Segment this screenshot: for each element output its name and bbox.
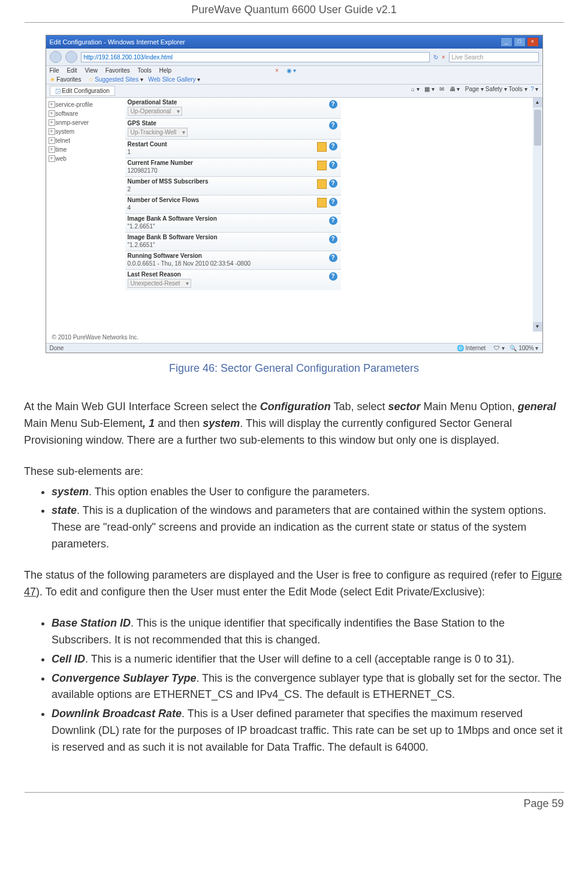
home-icon[interactable]: ⌂ xyxy=(411,86,415,92)
menu-view[interactable]: View xyxy=(85,67,98,74)
favorites-bar: ★ Favorites ☆ Suggested Sites ▾ Web Slic… xyxy=(46,75,542,85)
field-label: Running Software Version xyxy=(128,252,339,259)
status-zoom[interactable]: 100% xyxy=(518,345,534,351)
list-item: Downlink Broadcast Rate. This is a User … xyxy=(52,706,564,756)
field-value: "1.2.6651" xyxy=(128,242,339,248)
sub-elements-list: system. This option enables the User to … xyxy=(24,484,564,553)
form-row: Current Frame Number120982170? xyxy=(125,158,341,176)
field-label: Image Bank A Software Version xyxy=(128,215,339,222)
config-tree: +service-profile +software +snmp-server … xyxy=(46,98,123,332)
field-value: 4 xyxy=(128,204,339,211)
field-label: Last Reset Reason xyxy=(128,271,339,278)
search-field[interactable]: Live Search xyxy=(449,52,539,62)
scroll-down-arrow[interactable]: ▼ xyxy=(533,322,542,332)
mail-icon[interactable]: ✉ xyxy=(439,86,444,92)
field-value: 120982170 xyxy=(128,167,339,174)
internet-zone-icon: 🌐 xyxy=(457,345,464,351)
parameters-list: Base Station ID. This is the unique iden… xyxy=(24,615,564,756)
form-row: GPS StateUp-Tracking-Well? xyxy=(125,118,341,139)
back-button[interactable] xyxy=(50,51,62,63)
help-icon[interactable]: ? xyxy=(329,254,337,262)
chart-icon[interactable] xyxy=(317,198,327,207)
suggested-icon[interactable]: ☆ xyxy=(88,76,94,83)
vertical-scrollbar[interactable]: ▲ ▼ xyxy=(533,98,542,332)
refresh-icon[interactable]: ↻ xyxy=(433,54,438,61)
figure-caption: Figure 46: Sector General Configuration … xyxy=(24,362,564,375)
help-icon[interactable]: ? xyxy=(329,272,337,281)
help-icon[interactable]: ? xyxy=(530,86,534,92)
list-item: Convergence Sublayer Type. This is the c… xyxy=(52,670,564,704)
favorites-star-icon[interactable]: ★ xyxy=(50,76,55,83)
menu-file[interactable]: File xyxy=(50,67,59,74)
toolbar-menus[interactable]: Page ▾ Safety ▾ Tools ▾ xyxy=(465,86,527,92)
help-icon[interactable]: ? xyxy=(329,161,337,169)
form-row: Running Software Version0.0.0.6651 - Thu… xyxy=(125,251,341,269)
tree-item[interactable]: +software xyxy=(49,109,120,118)
feeds-icon[interactable]: ▦ xyxy=(424,86,430,92)
window-buttons: _ □ × xyxy=(500,37,539,47)
paragraph-1: At the Main Web GUI Interface Screen sel… xyxy=(24,399,564,449)
menu-tools[interactable]: Tools xyxy=(137,67,151,74)
menu-bar: File Edit View Favorites Tools Help × ◉ … xyxy=(46,66,542,75)
scroll-up-arrow[interactable]: ▲ xyxy=(533,98,542,107)
address-bar: http://192.168.200.103/index.html ↻ × Li… xyxy=(46,49,542,66)
minimize-button[interactable]: _ xyxy=(500,37,512,47)
form-row: Image Bank A Software Version"1.2.6651"? xyxy=(125,213,341,232)
favorites-label[interactable]: Favorites xyxy=(56,76,81,83)
window-title: Edit Configuration - Windows Internet Ex… xyxy=(50,38,185,46)
search-provider-icon[interactable]: ◉ ▾ xyxy=(287,67,297,74)
help-icon[interactable]: ? xyxy=(329,198,337,206)
form-row: Restart Count1? xyxy=(125,139,341,158)
tree-item[interactable]: +time xyxy=(49,145,120,154)
help-icon[interactable]: ? xyxy=(329,216,337,225)
form-row: Last Reset ReasonUnexpected-Reset? xyxy=(125,269,341,290)
window-titlebar: Edit Configuration - Windows Internet Ex… xyxy=(46,35,542,49)
field-label: GPS State xyxy=(128,120,339,127)
maximize-button[interactable]: □ xyxy=(514,37,526,47)
form-panel: Operational StateUp-Operational?GPS Stat… xyxy=(123,98,343,332)
tree-item[interactable]: +snmp-server xyxy=(49,118,120,127)
tree-item[interactable]: +web xyxy=(49,154,120,163)
field-label: Current Frame Number xyxy=(128,159,339,166)
menu-edit[interactable]: Edit xyxy=(67,67,77,74)
help-icon[interactable]: ? xyxy=(329,100,337,109)
menu-favorites[interactable]: Favorites xyxy=(105,67,130,74)
tree-item[interactable]: +service-profile xyxy=(49,100,120,109)
field-value: 0.0.0.6651 - Thu, 18 Nov 2010 02:33:54 -… xyxy=(128,260,339,267)
field-value: 1 xyxy=(128,149,339,155)
browser-tab[interactable]: ◲ Edit Configuration xyxy=(50,86,115,96)
field-select[interactable]: Unexpected-Reset xyxy=(128,279,192,288)
print-icon[interactable]: 🖶 xyxy=(450,86,456,92)
close-button[interactable]: × xyxy=(527,37,539,47)
paragraph-3: The status of the following parameters a… xyxy=(24,567,564,601)
field-value: 2 xyxy=(128,186,339,192)
field-label: Number of Service Flows xyxy=(128,197,339,203)
chart-icon[interactable] xyxy=(317,142,327,152)
tree-item[interactable]: +telnet xyxy=(49,136,120,145)
chart-icon[interactable] xyxy=(317,179,327,189)
help-icon[interactable]: ? xyxy=(329,142,337,150)
menu-help[interactable]: Help xyxy=(159,67,172,74)
status-zone: Internet xyxy=(465,345,486,351)
figure-screenshot: Edit Configuration - Windows Internet Ex… xyxy=(46,35,543,353)
scroll-thumb[interactable] xyxy=(534,110,541,146)
chart-icon[interactable] xyxy=(317,161,327,170)
field-select[interactable]: Up-Tracking-Well xyxy=(128,128,188,137)
url-field[interactable]: http://192.168.200.103/index.html xyxy=(81,52,430,62)
field-select[interactable]: Up-Operational xyxy=(128,107,183,116)
field-label: Operational State xyxy=(128,99,339,106)
command-bar[interactable]: ⌂ ▾ ▦ ▾ ✉ 🖶 ▾ Page ▾ Safety ▾ Tools ▾ ? … xyxy=(411,86,538,96)
paragraph-2: These sub-elements are: xyxy=(24,463,564,480)
web-slice-gallery[interactable]: Web Slice Gallery xyxy=(148,76,195,83)
close-tab-icon[interactable]: × xyxy=(275,67,279,74)
zoom-icon[interactable]: 🔍 xyxy=(509,345,517,351)
stop-icon[interactable]: × xyxy=(442,54,445,61)
help-icon[interactable]: ? xyxy=(329,121,337,130)
help-icon[interactable]: ? xyxy=(329,179,337,188)
help-icon[interactable]: ? xyxy=(329,235,337,243)
protected-mode-icon: 🛡 ▾ xyxy=(494,345,505,351)
forward-button[interactable] xyxy=(65,51,77,63)
blank-panel xyxy=(345,98,542,321)
suggested-sites[interactable]: Suggested Sites xyxy=(95,76,138,83)
tree-item[interactable]: +system xyxy=(49,127,120,136)
